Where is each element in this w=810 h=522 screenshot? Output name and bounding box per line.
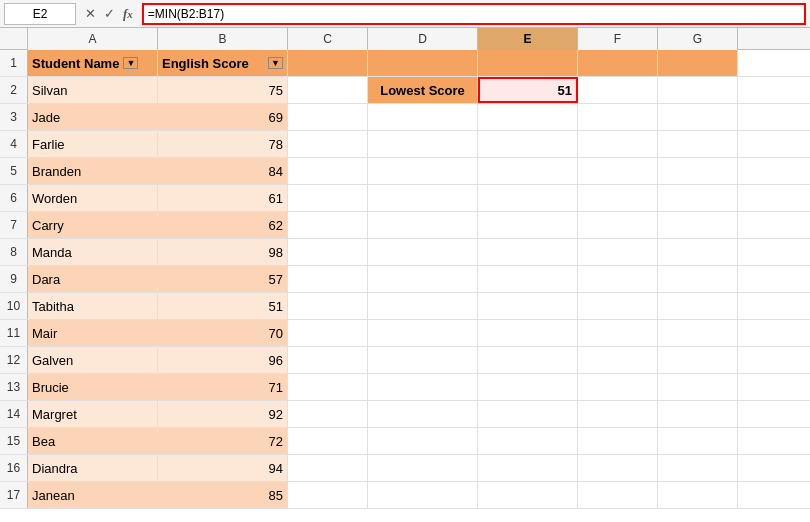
cell-name-6[interactable]: Worden [28,185,158,211]
header-cell-d [368,50,478,76]
cell-c-8 [288,239,368,265]
fx-icon[interactable]: fx [120,5,136,23]
cell-c-13 [288,374,368,400]
cell-d-13 [368,374,478,400]
cell-d-8 [368,239,478,265]
cell-score-10[interactable]: 51 [158,293,288,319]
cell-name-14[interactable]: Margret [28,401,158,427]
cell-f-9 [578,266,658,292]
col-header-c[interactable]: C [288,28,368,50]
col-header-d[interactable]: D [368,28,478,50]
col-header-b[interactable]: B [158,28,288,50]
row-num-17: 17 [0,482,28,508]
cell-score-4[interactable]: 78 [158,131,288,157]
table-row: 8 Manda 98 [0,239,810,266]
cell-e-13 [478,374,578,400]
header-english-score: English Score [162,56,249,71]
confirm-icon[interactable]: ✓ [101,5,118,22]
cell-name-16[interactable]: Diandra [28,455,158,481]
cell-f-14 [578,401,658,427]
cell-score-11[interactable]: 70 [158,320,288,346]
cell-c-15 [288,428,368,454]
cell-name-9[interactable]: Dara [28,266,158,292]
header-cell-name[interactable]: Student Name ▼ [28,50,158,76]
row-num-1: 1 [0,50,28,76]
cell-score-6[interactable]: 61 [158,185,288,211]
cell-name-11[interactable]: Mair [28,320,158,346]
col-header-f[interactable]: F [578,28,658,50]
cell-name-5[interactable]: Branden [28,158,158,184]
cell-f-4 [578,131,658,157]
cancel-icon[interactable]: ✕ [82,5,99,22]
cell-name-10[interactable]: Tabitha [28,293,158,319]
row-num-7: 7 [0,212,28,238]
cell-d-17 [368,482,478,508]
cell-name-17[interactable]: Janean [28,482,158,508]
cell-name-8[interactable]: Manda [28,239,158,265]
cell-score-2[interactable]: 75 [158,77,288,103]
cell-g-13 [658,374,738,400]
cell-c-2 [288,77,368,103]
cell-e-7 [478,212,578,238]
cell-d-6 [368,185,478,211]
cell-e-10 [478,293,578,319]
cell-score-7[interactable]: 62 [158,212,288,238]
cell-f-17 [578,482,658,508]
filter-icon-b[interactable]: ▼ [268,57,283,69]
col-header-g[interactable]: G [658,28,738,50]
header-cell-score[interactable]: English Score ▼ [158,50,288,76]
cell-c-3 [288,104,368,130]
cell-g-12 [658,347,738,373]
cell-d-14 [368,401,478,427]
cell-name-15[interactable]: Bea [28,428,158,454]
row-num-11: 11 [0,320,28,346]
cell-score-12[interactable]: 96 [158,347,288,373]
row-num-header [0,28,28,49]
cell-score-8[interactable]: 98 [158,239,288,265]
name-box[interactable]: E2 [4,3,76,25]
cell-e-4 [478,131,578,157]
col-header-a[interactable]: A [28,28,158,50]
cell-score-9[interactable]: 57 [158,266,288,292]
cell-score-16[interactable]: 94 [158,455,288,481]
filter-icon-a[interactable]: ▼ [123,57,138,69]
cell-g-10 [658,293,738,319]
cell-score-5[interactable]: 84 [158,158,288,184]
cell-score-14[interactable]: 92 [158,401,288,427]
cell-score-13[interactable]: 71 [158,374,288,400]
table-row: 12 Galven 96 [0,347,810,374]
row-num-14: 14 [0,401,28,427]
row-num-10: 10 [0,293,28,319]
cell-g-17 [658,482,738,508]
table-row: 15 Bea 72 [0,428,810,455]
cell-f-3 [578,104,658,130]
lowest-score-label: Lowest Score [368,77,478,103]
cell-e-11 [478,320,578,346]
cell-name-3[interactable]: Jade [28,104,158,130]
cell-c-4 [288,131,368,157]
cell-score-3[interactable]: 69 [158,104,288,130]
row-num-15: 15 [0,428,28,454]
cell-name-2[interactable]: Silvan [28,77,158,103]
cell-g-16 [658,455,738,481]
row-num-4: 4 [0,131,28,157]
table-row: 2 Silvan 75 Lowest Score 51 [0,77,810,104]
cell-name-13[interactable]: Brucie [28,374,158,400]
cell-e-8 [478,239,578,265]
cell-name-7[interactable]: Carry [28,212,158,238]
cell-name-12[interactable]: Galven [28,347,158,373]
cell-score-17[interactable]: 85 [158,482,288,508]
lowest-score-value[interactable]: 51 [478,77,578,103]
table-row: 5 Branden 84 [0,158,810,185]
cell-score-15[interactable]: 72 [158,428,288,454]
header-cell-g [658,50,738,76]
cell-g-7 [658,212,738,238]
formula-input[interactable]: =MIN(B2:B17) [142,3,806,25]
col-header-e[interactable]: E [478,28,578,50]
header-cell-e [478,50,578,76]
cell-name-4[interactable]: Farlie [28,131,158,157]
cell-c-17 [288,482,368,508]
row-num-5: 5 [0,158,28,184]
table-row: 10 Tabitha 51 [0,293,810,320]
cell-d-12 [368,347,478,373]
